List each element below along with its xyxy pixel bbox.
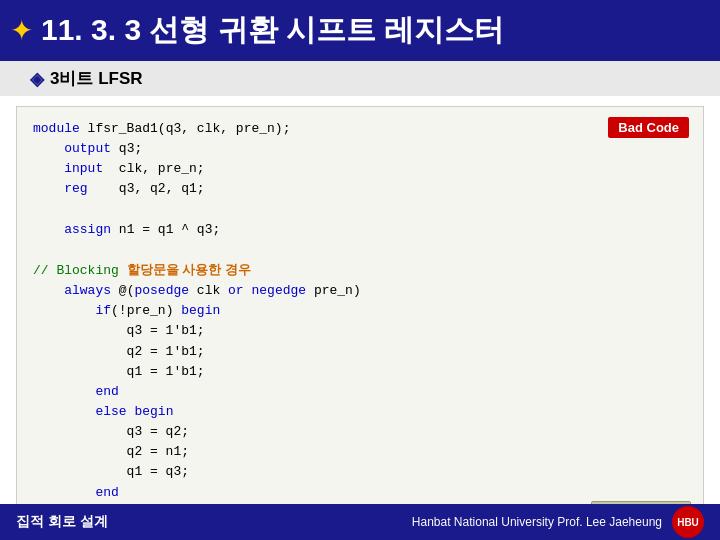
page: ✦ 11. 3. 3 선형 귀환 시프트 레지스터 ◈ 3비트 LFSR Bad…	[0, 0, 720, 540]
header-title: 11. 3. 3 선형 귀환 시프트 레지스터	[41, 10, 504, 51]
footer: 집적 회로 설계 Hanbat National University Prof…	[0, 504, 720, 540]
code-block: module lfsr_Bad1(q3, clk, pre_n); output…	[33, 119, 687, 523]
footer-logo: HBU	[672, 506, 704, 538]
footer-left-text: 집적 회로 설계	[16, 513, 108, 531]
header: ✦ 11. 3. 3 선형 귀환 시프트 레지스터	[0, 0, 720, 61]
bad-code-badge: Bad Code	[608, 117, 689, 138]
subtitle-bar: ◈ 3비트 LFSR	[0, 61, 720, 96]
code-container: Bad Code module lfsr_Bad1(q3, clk, pre_n…	[16, 106, 704, 534]
subtitle-text: 3비트 LFSR	[50, 67, 143, 90]
subtitle-bullet: ◈	[30, 68, 44, 90]
footer-center-text: Hanbat National University Prof. Lee Jae…	[108, 515, 662, 529]
header-icon: ✦	[10, 14, 33, 47]
